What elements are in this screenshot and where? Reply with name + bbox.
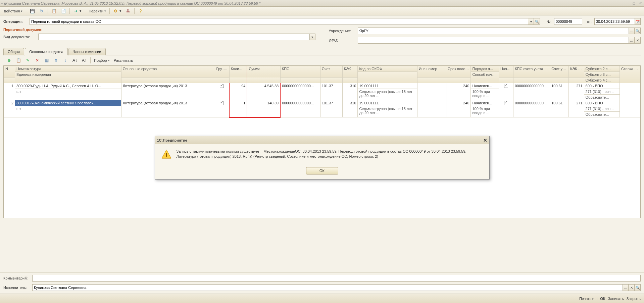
col-sub4[interactable]: Субконто 4 с... [584, 78, 620, 83]
tab-toolbar: ⊕ 📋 ✎ ✕ ▦ ⇧ ⇩ A↓ A↑ Подбор Рассчитать [3, 55, 641, 65]
col-nomen[interactable]: Номенклатура [15, 66, 121, 72]
select-button[interactable]: Подбор [92, 57, 111, 63]
dialog-message: Запись с такими ключевыми полями существ… [177, 149, 483, 159]
operation-input[interactable] [30, 18, 528, 25]
document-icon: ▫ [1, 1, 3, 5]
doc-type-dropdown-icon[interactable]: ▾ [309, 34, 315, 40]
doc-type-input[interactable] [38, 34, 309, 40]
operation-dropdown-icon[interactable]: ▾ [528, 18, 534, 25]
maximize-icon[interactable]: □ [631, 1, 637, 6]
main-toolbar: Действия 💾 ↻ 📋 📄 ➜▾ Перейти ⚙▾ 🖶 ? [0, 7, 644, 15]
close-icon[interactable]: ✕ [637, 1, 643, 6]
col-tax[interactable]: Ставка налога на ... [620, 66, 640, 83]
col-os[interactable]: Основные средства [121, 66, 215, 78]
fill-icon[interactable]: ▦ [42, 57, 51, 63]
ifo-label: ИФО: [329, 38, 355, 42]
move-down-icon[interactable]: ⇩ [61, 57, 70, 63]
svg-text:!: ! [165, 152, 167, 158]
tab-assets[interactable]: Основные средства [25, 48, 68, 55]
col-acct[interactable]: Счет [320, 66, 342, 78]
warning-icon: ! [161, 149, 172, 160]
num-label: №: [543, 19, 551, 23]
tab-commission[interactable]: Члены комиссии [68, 48, 106, 55]
col-kps-cost[interactable]: КПС счета учета затрат [513, 66, 550, 78]
date-picker-icon[interactable]: 📅 [635, 18, 641, 25]
col-sub3[interactable]: Субконто 3 с... [584, 72, 620, 78]
date-input[interactable] [594, 18, 635, 25]
ifo-input[interactable] [358, 37, 629, 44]
col-n[interactable]: N [4, 66, 15, 78]
col-qty[interactable]: Коли... [229, 66, 247, 78]
col-order[interactable]: Порядок п... [471, 66, 499, 72]
col-kek[interactable]: КЭК [342, 66, 358, 78]
col-kps[interactable]: КПС [280, 66, 320, 78]
star-icon[interactable]: ⚙▾ [111, 8, 123, 14]
ifo-clear-icon[interactable]: ✕ [635, 37, 641, 44]
tabs: Общая Основные средства Члены комиссии [3, 48, 641, 55]
dialog-ok-button[interactable]: ОК [306, 167, 338, 174]
org-more-icon[interactable]: … [629, 28, 635, 34]
org-label: Учреждение: [329, 29, 355, 33]
col-cost-acct[interactable]: Счет учета затрат [550, 66, 569, 78]
move-up-icon[interactable]: ⇧ [52, 57, 60, 63]
col-okof[interactable]: Код по ОКОФ [358, 66, 417, 72]
operation-search-icon[interactable]: 🔍 [534, 18, 540, 25]
error-dialog: 1С:Предприятие ✕ ! Запись с такими ключе… [155, 136, 490, 180]
primary-doc-title: Первичный документ [3, 28, 315, 32]
table-row[interactable]: 1300.0029-Рудь Н.А.,Рудый А.С., Сергеев … [4, 83, 640, 89]
goto-menu[interactable]: Перейти [87, 8, 108, 14]
col-life[interactable]: Срок полезн... исполь... [446, 66, 471, 78]
edit-row-icon[interactable]: ✎ [23, 57, 32, 63]
copy-icon[interactable]: 📄 [59, 8, 68, 14]
table-row[interactable]: 2300.0017-Экономический вестник Ярославс… [4, 100, 640, 106]
sort-desc-icon[interactable]: A↑ [80, 57, 89, 63]
dialog-close-icon[interactable]: ✕ [483, 138, 487, 143]
num-input[interactable] [554, 18, 582, 25]
dialog-title: 1С:Предприятие [157, 138, 483, 142]
col-method[interactable]: Способ начисления [471, 72, 499, 83]
org-input[interactable] [358, 28, 629, 34]
dt-icon[interactable]: 📋 [50, 8, 58, 14]
col-nach[interactable]: Нач... амо... [499, 66, 513, 78]
sort-asc-icon[interactable]: A↓ [70, 57, 79, 63]
col-inv[interactable]: Инв номер [417, 66, 446, 78]
help-icon[interactable]: ? [136, 8, 145, 14]
save-icon[interactable]: 💾 [28, 8, 37, 14]
print-icon[interactable]: 🖶 [124, 8, 133, 14]
col-grp[interactable]: Гру... учет [215, 66, 229, 78]
copy-row-icon[interactable]: 📋 [14, 57, 23, 63]
actions-menu[interactable]: Действия [2, 8, 24, 14]
org-search-icon[interactable]: 🔍 [635, 28, 641, 34]
calc-button[interactable]: Рассчитать [112, 57, 135, 63]
col-kek-cost[interactable]: КЭК сче... зат... [568, 66, 584, 78]
doc-type-label: Вид документа: [3, 35, 36, 39]
operation-label: Операция: [3, 19, 27, 23]
window-titlebar: ▫ (Куликова Светлана Сергеевна; Морозова… [0, 0, 644, 7]
minimize-icon[interactable]: — [625, 1, 631, 6]
add-row-icon[interactable]: ⊕ [5, 57, 13, 63]
delete-row-icon[interactable]: ✕ [33, 57, 42, 63]
date-label: от: [585, 19, 592, 23]
col-sum[interactable]: Сумма [247, 66, 280, 78]
col-amort[interactable] [358, 72, 417, 83]
refresh-icon[interactable]: ↻ [37, 8, 46, 14]
col-unit[interactable]: Единица измерения [15, 72, 121, 83]
col-sub2[interactable]: Субконто 2 с... [584, 66, 620, 72]
window-title: (Куликова Светлана Сергеевна; Морозова В… [4, 1, 625, 5]
tab-general[interactable]: Общая [3, 48, 24, 55]
ifo-more-icon[interactable]: … [629, 37, 635, 44]
based-on-icon[interactable]: ➜▾ [71, 8, 83, 14]
